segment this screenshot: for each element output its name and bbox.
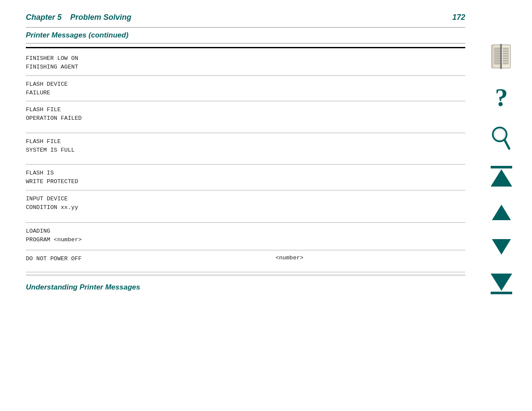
search-icon[interactable] xyxy=(490,125,513,153)
svg-rect-23 xyxy=(500,44,502,69)
page-number: 172 xyxy=(452,13,465,22)
table-bottom-rule xyxy=(26,275,465,275)
chapter-topic: Problem Solving xyxy=(70,13,131,22)
chapter-label: Chapter 5 xyxy=(26,13,62,22)
message-line1: DO NOT POWER OFF xyxy=(26,255,82,263)
table-row: DO NOT POWER OFF <number> xyxy=(26,250,465,272)
message-line1: FLASH IS xyxy=(26,169,465,177)
question-icon[interactable]: ? xyxy=(490,83,513,112)
header-rule xyxy=(26,27,465,28)
arrow-down-icon[interactable] xyxy=(490,239,513,261)
table-row: FLASH IS WRITE PROTECTED xyxy=(26,165,465,190)
message-code: <number> xyxy=(276,255,304,261)
triangle-down-small-shape xyxy=(492,239,511,255)
table-row: FLASH FILE OPERATION FAILED xyxy=(26,101,465,133)
chapter-header: Chapter 5 Problem Solving 172 xyxy=(26,13,465,22)
arrow-up-bar-icon[interactable] xyxy=(490,166,513,192)
arrow-bar-bottom xyxy=(491,292,512,294)
table-row: FINISHER LOW ON FINISHING AGENT xyxy=(26,48,465,76)
arrow-up-icon[interactable] xyxy=(490,205,513,226)
table-row: LOADING PROGRAM <number> xyxy=(26,223,465,250)
table-row: INPUT DEVICE CONDITION xx.yy xyxy=(26,190,465,223)
svg-point-25 xyxy=(495,129,505,140)
message-line2: PROGRAM <number> xyxy=(26,236,465,244)
triangle-up-shape xyxy=(491,169,512,187)
message-line1: FLASH DEVICE xyxy=(26,80,465,89)
message-line1: FINISHER LOW ON xyxy=(26,54,465,63)
arrow-bar-top xyxy=(491,166,512,168)
message-line2: FINISHING AGENT xyxy=(26,63,465,72)
table-row: FLASH FILE SYSTEM IS FULL xyxy=(26,133,465,165)
message-line2: WRITE PROTECTED xyxy=(26,177,465,186)
message-line2: CONDITION xx.yy xyxy=(26,203,465,212)
sidebar-icons: ? xyxy=(488,43,515,299)
arrow-down-bar-icon[interactable] xyxy=(490,274,513,299)
message-line1: INPUT DEVICE xyxy=(26,195,465,203)
book-icon[interactable] xyxy=(488,43,515,70)
message-line2: OPERATION FAILED xyxy=(26,114,465,123)
table-row: FLASH DEVICE FAILURE xyxy=(26,76,465,102)
chapter-title: Chapter 5 Problem Solving xyxy=(26,13,131,22)
message-line1: FLASH FILE xyxy=(26,137,465,146)
message-line1: FLASH FILE xyxy=(26,106,465,114)
section-rule xyxy=(26,43,465,44)
message-line1: LOADING xyxy=(26,227,465,236)
question-mark-symbol: ? xyxy=(495,84,508,110)
footer-title: Understanding Printer Messages xyxy=(26,283,465,292)
svg-line-26 xyxy=(504,140,509,149)
message-line2: FAILURE xyxy=(26,89,465,97)
message-line2: SYSTEM IS FULL xyxy=(26,146,465,155)
table-area: FINISHER LOW ON FINISHING AGENT FLASH DE… xyxy=(26,48,465,275)
triangle-up-small-shape xyxy=(492,205,511,220)
svg-rect-1 xyxy=(492,45,493,68)
triangle-down-shape xyxy=(491,274,512,291)
section-title: Printer Messages (continued) xyxy=(26,31,465,40)
message-with-code: DO NOT POWER OFF <number> xyxy=(26,255,465,263)
